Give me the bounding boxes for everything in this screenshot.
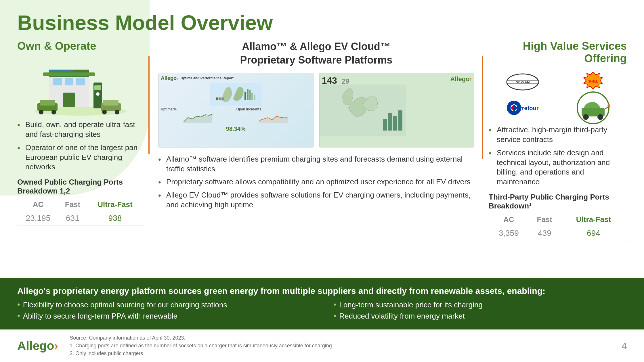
right-td-ac: 3,359 (489, 226, 529, 240)
slide: Business Model Overview Own & Operate (0, 0, 644, 362)
left-bullet-2: Operator of one of the largest pan-Europ… (17, 143, 144, 172)
banner-bullet-4: Reduced volatility from energy market (334, 312, 627, 321)
footer-logo: Allego› (17, 339, 58, 353)
dash-header: Allego› Uptime and Performance Report (161, 75, 311, 81)
col-left: Own & Operate (12, 40, 150, 278)
svg-text:Carrefour: Carrefour (512, 105, 538, 111)
col-center: Allamo™ & Allego EV Cloud™ Proprietary S… (150, 40, 483, 278)
svg-rect-29 (251, 93, 253, 100)
map-content: 143 29 Allego› (320, 73, 474, 147)
right-td-fast: 439 (529, 226, 560, 240)
footer-source: Source: Company information as of April … (70, 334, 622, 342)
nissan-logo: NISSAN (505, 73, 540, 91)
allego-dash-logo: Allego› (161, 75, 178, 81)
shell-logo: SHELL (582, 70, 605, 93)
right-bullet-2: Services include site design and technic… (489, 148, 627, 187)
banner-bullet-2: Ability to secure long-term PPA with ren… (17, 312, 311, 321)
logos-grid: NISSAN SHELL (489, 70, 627, 119)
svg-point-10 (96, 92, 100, 96)
svg-rect-12 (40, 100, 55, 106)
screenshot-map: 143 29 Allego› (319, 73, 475, 148)
center-bullet-1: Allamo™ software identifies premium char… (158, 154, 474, 174)
svg-point-13 (39, 110, 43, 114)
banner-bullet-3: Long-term sustainable price for its char… (334, 300, 627, 309)
svg-rect-5 (65, 78, 73, 85)
banner-bullet-1: Flexibility to choose optimal sourcing f… (17, 300, 311, 309)
shell-logo-box: SHELL (559, 70, 627, 93)
svg-rect-20 (58, 70, 65, 72)
svg-rect-9 (94, 85, 101, 90)
left-section-header: Own & Operate (17, 40, 144, 52)
svg-point-18 (115, 110, 119, 114)
screenshot-uptime: Allego› Uptime and Performance Report (158, 73, 314, 148)
right-th-ac: AC (489, 213, 529, 226)
svg-rect-7 (63, 93, 75, 107)
page-title: Business Model Overview (17, 12, 627, 34)
green-banner: Allego's proprietary energy platform sou… (0, 278, 644, 329)
banner-bullets: Flexibility to choose optimal sourcing f… (17, 300, 627, 321)
svg-rect-30 (254, 95, 255, 100)
svg-rect-26 (244, 92, 246, 100)
title-area: Business Model Overview (0, 0, 644, 40)
center-bullet-list: Allamo™ software identifies premium char… (158, 154, 474, 213)
svg-point-50 (583, 114, 589, 120)
carrefour-logo-box: Carrefour (489, 96, 556, 119)
left-td-fast: 631 (59, 211, 86, 225)
right-breakdown-title: Third-Party Public Charging Ports Breakd… (489, 193, 627, 210)
svg-rect-16 (103, 100, 119, 106)
col-right: High Value Services Offering NISSAN (483, 40, 632, 278)
left-orange-line (148, 56, 150, 154)
svg-point-53 (607, 104, 610, 107)
ev-car-icon (576, 91, 610, 125)
left-td-ac: 23,195 (17, 211, 59, 225)
banner-title: Allego's proprietary energy platform sou… (17, 286, 627, 296)
svg-point-14 (51, 110, 56, 114)
footer-notes: Source: Company information as of April … (70, 334, 622, 357)
dash-report-title: Uptime and Performance Report (181, 76, 234, 80)
svg-text:SHELL: SHELL (588, 80, 598, 83)
map-allego-logo: Allego› (450, 75, 472, 83)
right-bullet-1: Attractive, high-margin third-party serv… (489, 125, 627, 145)
dashboard-content: Allego› Uptime and Performance Report (158, 73, 313, 147)
left-td-ultrafast: 938 (86, 211, 144, 225)
left-table-row: 23,195 631 938 (17, 211, 144, 225)
right-orange-line (482, 56, 483, 159)
main-content: Business Model Overview Own & Operate (0, 0, 644, 362)
svg-rect-3 (43, 72, 95, 76)
left-th-ac: AC (17, 198, 59, 211)
svg-rect-21 (66, 70, 73, 72)
footer-note-1: 1. Charging ports are defined as the num… (70, 342, 622, 350)
right-bullet-list: Attractive, high-margin third-party serv… (489, 125, 627, 187)
center-header: Allamo™ & Allego EV Cloud™ Proprietary S… (158, 40, 474, 67)
right-table-row: 3,359 439 694 (489, 226, 627, 240)
center-bullet-2: Proprietary software allows compatibilit… (158, 177, 474, 187)
footer: Allego› Source: Company information as o… (0, 329, 644, 362)
right-th-ultrafast: Ultra-Fast (560, 213, 627, 226)
svg-rect-4 (53, 78, 62, 85)
svg-rect-6 (76, 78, 85, 85)
right-td-ultrafast: 694 (560, 226, 627, 240)
left-bullet-1: Build, own, and operate ultra-fast and f… (17, 120, 144, 139)
left-th-fast: Fast (59, 198, 86, 211)
dash-percent: 98.34% (161, 126, 311, 132)
svg-point-51 (597, 114, 603, 120)
platform-title-line1: Allamo™ & Allego EV Cloud™ Proprietary S… (158, 40, 474, 67)
left-bullet-list: Build, own, and operate ultra-fast and f… (17, 120, 144, 172)
svg-point-17 (102, 110, 107, 114)
svg-rect-37 (398, 110, 402, 131)
svg-rect-28 (249, 90, 251, 100)
right-th-fast: Fast (529, 213, 560, 226)
svg-marker-32 (259, 116, 288, 123)
right-breakdown-table: AC Fast Ultra-Fast 3,359 439 694 (489, 213, 627, 240)
center-bullet-3: Allego EV Cloud™ provides software solut… (158, 190, 474, 210)
svg-rect-23 (216, 97, 218, 100)
carrefour-logo: Carrefour (502, 99, 543, 116)
left-th-ultrafast: Ultra-Fast (86, 198, 144, 211)
svg-rect-27 (247, 89, 249, 100)
screenshots-row: Allego› Uptime and Performance Report (158, 73, 474, 148)
left-breakdown-title: Owned Public Charging Ports Breakdown 1,… (17, 178, 144, 196)
svg-rect-19 (49, 70, 57, 72)
svg-rect-34 (383, 119, 387, 131)
svg-marker-31 (184, 114, 212, 123)
svg-rect-24 (219, 97, 221, 100)
